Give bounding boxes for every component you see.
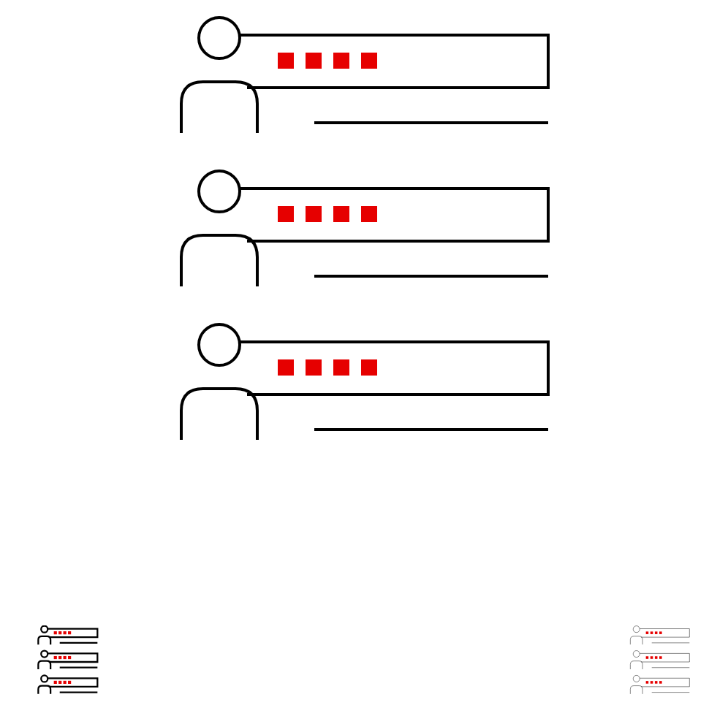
svg-point-30 bbox=[41, 675, 48, 682]
svg-rect-14 bbox=[306, 359, 322, 376]
svg-rect-33 bbox=[64, 681, 67, 684]
svg-rect-13 bbox=[278, 359, 294, 376]
svg-rect-9 bbox=[333, 206, 349, 222]
svg-rect-34 bbox=[68, 681, 71, 684]
user-row-2 bbox=[181, 171, 548, 286]
svg-rect-26 bbox=[58, 656, 61, 659]
thumbnail-bold-icon bbox=[35, 625, 101, 701]
svg-point-48 bbox=[633, 675, 640, 682]
svg-rect-10 bbox=[361, 206, 377, 222]
svg-rect-32 bbox=[58, 681, 61, 684]
user-row-1 bbox=[181, 18, 548, 133]
svg-point-6 bbox=[199, 171, 240, 212]
svg-rect-51 bbox=[655, 681, 658, 684]
svg-rect-16 bbox=[361, 359, 377, 376]
svg-point-18 bbox=[41, 626, 48, 633]
user-list-svg bbox=[175, 15, 556, 468]
svg-rect-3 bbox=[333, 53, 349, 69]
svg-rect-31 bbox=[54, 681, 57, 684]
svg-rect-37 bbox=[646, 631, 649, 634]
svg-rect-8 bbox=[306, 206, 322, 222]
svg-rect-39 bbox=[655, 631, 658, 634]
svg-rect-4 bbox=[361, 53, 377, 69]
svg-rect-40 bbox=[659, 631, 662, 634]
svg-rect-28 bbox=[68, 656, 71, 659]
svg-rect-2 bbox=[306, 53, 322, 69]
svg-rect-50 bbox=[651, 681, 653, 684]
svg-rect-15 bbox=[333, 359, 349, 376]
svg-rect-46 bbox=[659, 656, 662, 659]
svg-point-0 bbox=[199, 18, 240, 58]
svg-rect-20 bbox=[58, 631, 61, 634]
svg-point-12 bbox=[199, 324, 240, 365]
user-row-3 bbox=[181, 324, 548, 440]
svg-rect-19 bbox=[54, 631, 57, 634]
user-skills-list-icon bbox=[175, 15, 556, 471]
svg-rect-22 bbox=[68, 631, 71, 634]
svg-rect-21 bbox=[64, 631, 67, 634]
svg-rect-7 bbox=[278, 206, 294, 222]
svg-rect-49 bbox=[646, 681, 649, 684]
svg-point-42 bbox=[633, 651, 640, 658]
svg-rect-45 bbox=[655, 656, 658, 659]
svg-point-24 bbox=[41, 651, 48, 658]
svg-rect-25 bbox=[54, 656, 57, 659]
thumbnail-thin-icon bbox=[627, 625, 693, 701]
svg-rect-43 bbox=[646, 656, 649, 659]
svg-rect-1 bbox=[278, 53, 294, 69]
svg-rect-44 bbox=[651, 656, 653, 659]
svg-rect-38 bbox=[651, 631, 653, 634]
svg-point-36 bbox=[633, 626, 640, 633]
svg-rect-27 bbox=[64, 656, 67, 659]
svg-rect-52 bbox=[659, 681, 662, 684]
